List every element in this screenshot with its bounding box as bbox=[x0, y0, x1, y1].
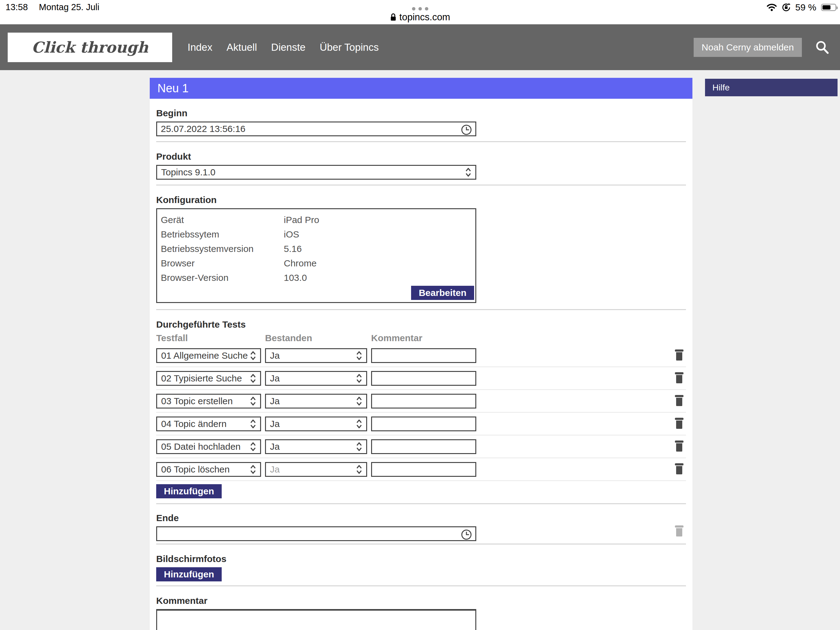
clock-icon[interactable] bbox=[461, 529, 472, 540]
delete-row-icon[interactable] bbox=[675, 464, 684, 474]
rotation-lock-icon bbox=[782, 3, 791, 12]
select-chevrons-icon bbox=[356, 396, 363, 407]
konfiguration-table: GerätiPad Pro BetriebssytemiOS Betriebss… bbox=[156, 208, 476, 303]
select-chevrons-icon bbox=[356, 441, 363, 452]
beginn-label: Beginn bbox=[156, 108, 686, 119]
produkt-select[interactable]: Topincs 9.1.0 bbox=[156, 165, 476, 180]
delete-row-icon[interactable] bbox=[675, 396, 684, 406]
produkt-label: Produkt bbox=[156, 151, 686, 162]
nav-item-dienste[interactable]: Dienste bbox=[271, 41, 306, 53]
col-bestanden: Bestanden bbox=[265, 333, 371, 343]
delete-row-icon[interactable] bbox=[675, 419, 684, 429]
section-tests: Durchgeführte Tests Testfall Bestanden K… bbox=[156, 310, 686, 504]
delete-row-icon[interactable] bbox=[675, 442, 684, 451]
section-ende: Ende bbox=[156, 504, 686, 545]
testfall-select[interactable]: 06 Topic löschen bbox=[156, 462, 261, 477]
nav-item-aktuell[interactable]: Aktuell bbox=[227, 41, 257, 53]
kommentar-field bbox=[371, 348, 476, 363]
select-chevrons-icon bbox=[249, 396, 256, 407]
kommentar-input[interactable] bbox=[372, 372, 475, 385]
test-row: 05 Datei hochladen Ja bbox=[156, 435, 686, 458]
kommentar-input[interactable] bbox=[372, 440, 475, 453]
delete-row-icon[interactable] bbox=[675, 373, 684, 383]
table-row: BrowserChrome bbox=[157, 256, 475, 271]
section-bildschirmfotos: Bildschirmfotos Hinzufügen bbox=[156, 545, 686, 586]
konfiguration-label: Konfiguration bbox=[156, 195, 686, 205]
table-row: Betriebssystemversion5.16 bbox=[157, 242, 475, 256]
logout-button[interactable]: Noah Cerny abmelden bbox=[694, 38, 802, 57]
kommentar-field bbox=[371, 416, 476, 431]
page-title: Neu 1 bbox=[150, 78, 692, 99]
table-row: GerätiPad Pro bbox=[157, 212, 475, 227]
col-kommentar: Kommentar bbox=[371, 333, 476, 343]
test-row: 01 Allgemeine Suche Ja bbox=[156, 345, 686, 367]
page-body: Hilfe Neu 1 Beginn Produkt Topincs 9.1.0 bbox=[0, 70, 840, 630]
section-produkt: Produkt Topincs 9.1.0 bbox=[156, 142, 686, 185]
kommentar-field bbox=[371, 371, 476, 386]
test-row: 04 Topic ändern Ja bbox=[156, 413, 686, 435]
clock-icon[interactable] bbox=[461, 124, 472, 136]
select-chevrons-icon bbox=[356, 464, 363, 475]
select-chevrons-icon bbox=[465, 167, 472, 178]
kommentar-input[interactable] bbox=[372, 349, 475, 362]
kommentar-field bbox=[371, 394, 476, 408]
table-row: Browser-Version103.0 bbox=[157, 271, 475, 285]
kommentar-textarea[interactable] bbox=[156, 609, 476, 630]
battery-icon bbox=[821, 4, 836, 11]
edit-button[interactable]: Bearbeiten bbox=[411, 286, 474, 300]
section-konfiguration: Konfiguration GerätiPad Pro Betriebssyte… bbox=[156, 185, 686, 310]
kommentar-label: Kommentar bbox=[156, 595, 686, 606]
table-row: BetriebssytemiOS bbox=[157, 227, 475, 242]
screen: 13:58 Montag 25. Juli topincs.com 59 % C… bbox=[0, 0, 840, 630]
kommentar-field bbox=[371, 462, 476, 477]
select-chevrons-icon bbox=[249, 418, 256, 429]
bestanden-select[interactable]: Ja bbox=[265, 439, 367, 454]
battery-percent: 59 % bbox=[796, 2, 816, 13]
tab-overview-dots-icon[interactable] bbox=[0, 7, 840, 11]
col-testfall: Testfall bbox=[156, 333, 265, 343]
select-chevrons-icon bbox=[249, 373, 256, 384]
record-form: Neu 1 Beginn Produkt Topincs 9.1.0 bbox=[150, 78, 692, 630]
nav-item-ueber-topincs[interactable]: Über Topincs bbox=[320, 41, 379, 53]
bestanden-select[interactable]: Ja bbox=[265, 348, 367, 363]
bestanden-select[interactable]: Ja bbox=[265, 371, 367, 386]
address-bar[interactable]: topincs.com bbox=[0, 12, 840, 23]
section-kommentar: Kommentar bbox=[156, 586, 686, 630]
beginn-input[interactable] bbox=[157, 122, 475, 135]
testfall-select[interactable]: 04 Topic ändern bbox=[156, 416, 261, 431]
search-icon[interactable] bbox=[813, 39, 831, 56]
add-screenshot-button[interactable]: Hinzufügen bbox=[156, 567, 222, 581]
testfall-select[interactable]: 05 Datei hochladen bbox=[156, 439, 261, 454]
help-button[interactable]: Hilfe bbox=[705, 79, 838, 96]
nav-item-index[interactable]: Index bbox=[188, 41, 212, 53]
add-test-button[interactable]: Hinzufügen bbox=[156, 484, 222, 499]
kommentar-input[interactable] bbox=[372, 463, 475, 476]
kommentar-input[interactable] bbox=[372, 395, 475, 408]
select-chevrons-icon bbox=[356, 350, 363, 361]
testfall-select[interactable]: 03 Topic erstellen bbox=[156, 394, 261, 408]
delete-row-icon[interactable] bbox=[675, 350, 684, 361]
select-chevrons-icon bbox=[249, 441, 256, 452]
site-logo[interactable]: Click through bbox=[8, 33, 172, 62]
select-chevrons-icon bbox=[356, 373, 363, 384]
ende-label: Ende bbox=[156, 513, 686, 523]
tests-column-headers: Testfall Bestanden Kommentar bbox=[156, 333, 686, 343]
testfall-select[interactable]: 01 Allgemeine Suche bbox=[156, 348, 261, 363]
main-nav: Index Aktuell Dienste Über Topincs bbox=[188, 41, 379, 53]
tests-label: Durchgeführte Tests bbox=[156, 319, 686, 330]
bestanden-select[interactable]: Ja bbox=[265, 416, 367, 431]
beginn-field bbox=[156, 122, 476, 136]
logo-text: Click through bbox=[32, 38, 148, 56]
test-row: 06 Topic löschen Ja bbox=[156, 458, 686, 481]
bestanden-select[interactable]: Ja bbox=[265, 462, 367, 477]
ende-input[interactable] bbox=[157, 527, 475, 540]
kommentar-input[interactable] bbox=[372, 418, 475, 431]
bestanden-select[interactable]: Ja bbox=[265, 394, 367, 408]
testfall-select[interactable]: 02 Typisierte Suche bbox=[156, 371, 261, 386]
select-chevrons-icon bbox=[249, 464, 256, 475]
section-beginn: Beginn bbox=[156, 99, 686, 142]
url-text: topincs.com bbox=[399, 12, 450, 23]
delete-ende-icon bbox=[675, 526, 684, 537]
test-row: 03 Topic erstellen Ja bbox=[156, 390, 686, 413]
bildschirmfotos-label: Bildschirmfotos bbox=[156, 554, 686, 564]
